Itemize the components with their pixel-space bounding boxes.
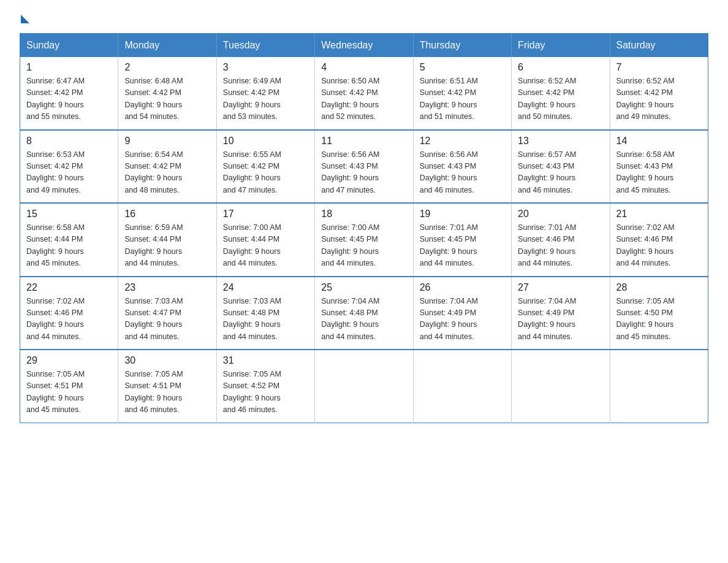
day-number: 5 xyxy=(420,62,505,73)
day-info: Sunrise: 7:05 AMSunset: 4:52 PMDaylight:… xyxy=(223,369,308,416)
calendar-cell: 10 Sunrise: 6:55 AMSunset: 4:42 PMDaylig… xyxy=(216,130,314,204)
day-info: Sunrise: 7:05 AMSunset: 4:51 PMDaylight:… xyxy=(124,369,210,416)
column-header-friday: Friday xyxy=(512,34,610,58)
calendar-week-row: 1 Sunrise: 6:47 AMSunset: 4:42 PMDayligh… xyxy=(20,57,708,130)
day-info: Sunrise: 6:54 AMSunset: 4:42 PMDaylight:… xyxy=(124,149,210,197)
day-number: 6 xyxy=(518,62,603,73)
calendar-cell: 21 Sunrise: 7:02 AMSunset: 4:46 PMDaylig… xyxy=(610,203,708,277)
day-info: Sunrise: 7:01 AMSunset: 4:46 PMDaylight:… xyxy=(518,222,603,270)
calendar-cell: 22 Sunrise: 7:02 AMSunset: 4:46 PMDaylig… xyxy=(20,277,118,350)
day-number: 8 xyxy=(26,136,112,147)
day-number: 29 xyxy=(26,355,112,366)
calendar-cell xyxy=(512,350,610,423)
calendar-cell: 20 Sunrise: 7:01 AMSunset: 4:46 PMDaylig… xyxy=(512,203,610,277)
calendar-cell: 13 Sunrise: 6:57 AMSunset: 4:43 PMDaylig… xyxy=(512,130,610,204)
calendar-cell: 17 Sunrise: 7:00 AMSunset: 4:44 PMDaylig… xyxy=(216,203,314,277)
calendar-cell: 7 Sunrise: 6:52 AMSunset: 4:42 PMDayligh… xyxy=(610,57,708,130)
calendar-cell: 6 Sunrise: 6:52 AMSunset: 4:42 PMDayligh… xyxy=(512,57,610,130)
day-number: 20 xyxy=(518,209,603,220)
calendar-cell: 5 Sunrise: 6:51 AMSunset: 4:42 PMDayligh… xyxy=(413,57,511,130)
calendar-week-row: 22 Sunrise: 7:02 AMSunset: 4:46 PMDaylig… xyxy=(20,277,708,350)
day-number: 13 xyxy=(518,136,603,147)
day-number: 30 xyxy=(124,355,210,366)
calendar-cell: 9 Sunrise: 6:54 AMSunset: 4:42 PMDayligh… xyxy=(118,130,216,204)
day-number: 22 xyxy=(26,282,112,293)
day-info: Sunrise: 6:56 AMSunset: 4:43 PMDaylight:… xyxy=(420,149,505,197)
calendar-cell xyxy=(315,350,413,423)
calendar-cell: 29 Sunrise: 7:05 AMSunset: 4:51 PMDaylig… xyxy=(20,350,118,423)
day-number: 10 xyxy=(223,136,308,147)
calendar-cell: 31 Sunrise: 7:05 AMSunset: 4:52 PMDaylig… xyxy=(216,350,314,423)
day-number: 28 xyxy=(616,282,702,293)
day-number: 16 xyxy=(124,209,210,220)
column-header-thursday: Thursday xyxy=(413,34,511,58)
day-info: Sunrise: 6:50 AMSunset: 4:42 PMDaylight:… xyxy=(321,75,406,123)
day-info: Sunrise: 7:05 AMSunset: 4:51 PMDaylight:… xyxy=(26,369,112,416)
day-number: 21 xyxy=(616,209,702,220)
calendar-cell: 24 Sunrise: 7:03 AMSunset: 4:48 PMDaylig… xyxy=(216,277,314,350)
day-number: 3 xyxy=(223,62,308,73)
day-number: 12 xyxy=(420,136,505,147)
calendar-cell: 16 Sunrise: 6:59 AMSunset: 4:44 PMDaylig… xyxy=(118,203,216,277)
day-number: 23 xyxy=(124,282,210,293)
day-number: 17 xyxy=(223,209,308,220)
calendar-cell xyxy=(413,350,511,423)
day-info: Sunrise: 6:52 AMSunset: 4:42 PMDaylight:… xyxy=(616,75,702,123)
calendar-cell: 30 Sunrise: 7:05 AMSunset: 4:51 PMDaylig… xyxy=(118,350,216,423)
day-number: 18 xyxy=(321,209,406,220)
day-info: Sunrise: 6:47 AMSunset: 4:42 PMDaylight:… xyxy=(26,75,112,123)
day-info: Sunrise: 6:48 AMSunset: 4:42 PMDaylight:… xyxy=(124,75,210,123)
calendar-cell: 1 Sunrise: 6:47 AMSunset: 4:42 PMDayligh… xyxy=(20,57,118,130)
logo xyxy=(20,15,29,22)
calendar-week-row: 15 Sunrise: 6:58 AMSunset: 4:44 PMDaylig… xyxy=(20,203,708,277)
day-info: Sunrise: 7:05 AMSunset: 4:50 PMDaylight:… xyxy=(616,296,702,343)
day-number: 2 xyxy=(124,62,210,73)
day-number: 11 xyxy=(321,136,406,147)
day-info: Sunrise: 7:00 AMSunset: 4:44 PMDaylight:… xyxy=(223,222,308,270)
day-number: 15 xyxy=(26,209,112,220)
day-info: Sunrise: 6:51 AMSunset: 4:42 PMDaylight:… xyxy=(420,75,505,123)
calendar-cell: 19 Sunrise: 7:01 AMSunset: 4:45 PMDaylig… xyxy=(413,203,511,277)
page-header xyxy=(20,15,708,22)
day-info: Sunrise: 6:59 AMSunset: 4:44 PMDaylight:… xyxy=(124,222,210,270)
column-header-monday: Monday xyxy=(118,34,216,58)
day-info: Sunrise: 6:56 AMSunset: 4:43 PMDaylight:… xyxy=(321,149,406,197)
day-info: Sunrise: 6:58 AMSunset: 4:43 PMDaylight:… xyxy=(616,149,702,197)
day-info: Sunrise: 7:03 AMSunset: 4:48 PMDaylight:… xyxy=(223,296,308,343)
day-info: Sunrise: 6:58 AMSunset: 4:44 PMDaylight:… xyxy=(26,222,112,270)
calendar-header-row: SundayMondayTuesdayWednesdayThursdayFrid… xyxy=(20,34,708,58)
calendar-week-row: 29 Sunrise: 7:05 AMSunset: 4:51 PMDaylig… xyxy=(20,350,708,423)
calendar-cell: 25 Sunrise: 7:04 AMSunset: 4:48 PMDaylig… xyxy=(315,277,413,350)
day-number: 9 xyxy=(124,136,210,147)
day-info: Sunrise: 6:55 AMSunset: 4:42 PMDaylight:… xyxy=(223,149,308,197)
day-info: Sunrise: 6:53 AMSunset: 4:42 PMDaylight:… xyxy=(26,149,112,197)
calendar-cell: 23 Sunrise: 7:03 AMSunset: 4:47 PMDaylig… xyxy=(118,277,216,350)
day-info: Sunrise: 7:04 AMSunset: 4:49 PMDaylight:… xyxy=(518,296,603,343)
calendar-week-row: 8 Sunrise: 6:53 AMSunset: 4:42 PMDayligh… xyxy=(20,130,708,204)
calendar-cell: 14 Sunrise: 6:58 AMSunset: 4:43 PMDaylig… xyxy=(610,130,708,204)
day-info: Sunrise: 7:02 AMSunset: 4:46 PMDaylight:… xyxy=(616,222,702,270)
calendar-cell: 2 Sunrise: 6:48 AMSunset: 4:42 PMDayligh… xyxy=(118,57,216,130)
column-header-saturday: Saturday xyxy=(610,34,708,58)
calendar-cell: 8 Sunrise: 6:53 AMSunset: 4:42 PMDayligh… xyxy=(20,130,118,204)
calendar-cell: 15 Sunrise: 6:58 AMSunset: 4:44 PMDaylig… xyxy=(20,203,118,277)
calendar-cell: 12 Sunrise: 6:56 AMSunset: 4:43 PMDaylig… xyxy=(413,130,511,204)
day-info: Sunrise: 7:04 AMSunset: 4:49 PMDaylight:… xyxy=(420,296,505,343)
calendar-cell: 18 Sunrise: 7:00 AMSunset: 4:45 PMDaylig… xyxy=(315,203,413,277)
column-header-wednesday: Wednesday xyxy=(315,34,413,58)
calendar-cell: 27 Sunrise: 7:04 AMSunset: 4:49 PMDaylig… xyxy=(512,277,610,350)
column-header-tuesday: Tuesday xyxy=(216,34,314,58)
day-number: 27 xyxy=(518,282,603,293)
day-info: Sunrise: 7:01 AMSunset: 4:45 PMDaylight:… xyxy=(420,222,505,270)
day-info: Sunrise: 7:04 AMSunset: 4:48 PMDaylight:… xyxy=(321,296,406,343)
day-info: Sunrise: 7:03 AMSunset: 4:47 PMDaylight:… xyxy=(124,296,210,343)
day-info: Sunrise: 6:49 AMSunset: 4:42 PMDaylight:… xyxy=(223,75,308,123)
day-number: 31 xyxy=(223,355,308,366)
calendar-cell xyxy=(610,350,708,423)
day-info: Sunrise: 6:52 AMSunset: 4:42 PMDaylight:… xyxy=(518,75,603,123)
calendar-cell: 3 Sunrise: 6:49 AMSunset: 4:42 PMDayligh… xyxy=(216,57,314,130)
calendar-table: SundayMondayTuesdayWednesdayThursdayFrid… xyxy=(20,33,708,423)
calendar-cell: 28 Sunrise: 7:05 AMSunset: 4:50 PMDaylig… xyxy=(610,277,708,350)
day-number: 4 xyxy=(321,62,406,73)
day-info: Sunrise: 7:00 AMSunset: 4:45 PMDaylight:… xyxy=(321,222,406,270)
